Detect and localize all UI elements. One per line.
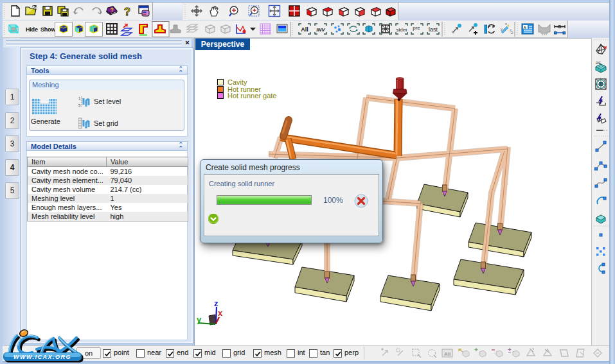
svg-text:Hide: Hide — [26, 26, 38, 33]
svg-text:sldm: sldm — [397, 27, 407, 33]
svg-text:A: A — [524, 26, 527, 30]
svg-text:x: x — [505, 22, 507, 26]
svg-text:WWW.ICAX.ORG: WWW.ICAX.ORG — [13, 354, 71, 360]
svg-text:y: y — [197, 315, 202, 324]
svg-text:5: 5 — [78, 103, 81, 107]
svg-text:1: 1 — [78, 96, 81, 100]
svg-text:2: 2 — [511, 31, 513, 35]
svg-text:pre: pre — [413, 25, 420, 31]
svg-text:z: z — [214, 299, 218, 308]
svg-text:y: y — [501, 27, 503, 31]
svg-text:x: x — [218, 308, 223, 318]
svg-text:D: D — [558, 24, 561, 29]
svg-text:?: ? — [124, 6, 130, 18]
svg-text:Show: Show — [40, 26, 56, 33]
svg-text:INV: INV — [316, 27, 325, 33]
svg-text:last: last — [429, 26, 438, 33]
svg-text:All: All — [301, 26, 308, 33]
svg-text:All: All — [444, 351, 450, 357]
